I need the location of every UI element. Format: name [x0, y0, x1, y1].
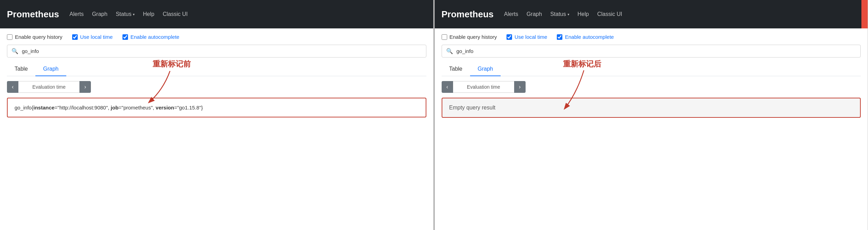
left-options-row: Enable query history Use local time Enab… — [7, 34, 426, 40]
right-content: Enable query history Use local time Enab… — [435, 28, 868, 230]
left-status-caret: ▾ — [133, 12, 135, 16]
left-nav-status[interactable]: Status ▾ — [116, 11, 135, 17]
right-nav-help[interactable]: Help — [578, 11, 589, 17]
right-tabs: Table Graph — [442, 62, 861, 76]
right-options-row: Enable query history Use local time Enab… — [442, 34, 861, 40]
left-use-local-time[interactable]: Use local time — [72, 34, 113, 40]
left-result: go_info{instance="http://localhost:9080"… — [7, 98, 426, 117]
right-local-time-label: Use local time — [514, 34, 547, 40]
right-search-input[interactable] — [457, 48, 857, 54]
left-result-text: go_info{instance="http://localhost:9080"… — [15, 105, 203, 110]
left-tabs-wrapper: Table Graph 重新标记前 — [7, 62, 426, 76]
right-eval-next[interactable]: › — [514, 81, 526, 93]
left-eval-prev[interactable]: ‹ — [7, 81, 18, 93]
right-result: Empty query result — [442, 98, 861, 118]
right-nav-classic-ui[interactable]: Classic UI — [597, 11, 622, 17]
right-use-local-time[interactable]: Use local time — [507, 34, 547, 40]
right-query-history-checkbox[interactable] — [442, 34, 447, 40]
left-enable-autocomplete[interactable]: Enable autocomplete — [122, 34, 179, 40]
left-autocomplete-checkbox[interactable] — [122, 34, 128, 40]
left-nav-alerts[interactable]: Alerts — [69, 11, 84, 17]
right-local-time-checkbox[interactable] — [507, 34, 512, 40]
right-enable-autocomplete[interactable]: Enable autocomplete — [557, 34, 614, 40]
right-tab-graph[interactable]: Graph — [470, 62, 501, 76]
right-eval-row: ‹ Evaluation time › — [442, 81, 526, 93]
right-enable-query-history[interactable]: Enable query history — [442, 34, 497, 40]
right-autocomplete-label: Enable autocomplete — [565, 34, 614, 40]
right-query-history-label: Enable query history — [450, 34, 497, 40]
left-autocomplete-label: Enable autocomplete — [130, 34, 179, 40]
left-content: Enable query history Use local time Enab… — [0, 28, 433, 230]
left-eval-label: Evaluation time — [18, 81, 79, 93]
right-nav-status[interactable]: Status ▾ — [550, 11, 569, 17]
left-nav: Alerts Graph Status ▾ Help Classic UI — [69, 11, 188, 17]
right-tabs-wrapper: Table Graph 重新标记后 — [442, 62, 861, 76]
right-nav-graph[interactable]: Graph — [527, 11, 542, 17]
right-eval-prev[interactable]: ‹ — [442, 81, 453, 93]
left-panel: Prometheus Alerts Graph Status ▾ Help Cl… — [0, 0, 434, 230]
right-autocomplete-checkbox[interactable] — [557, 34, 562, 40]
right-result-text: Empty query result — [449, 105, 495, 110]
left-query-history-label: Enable query history — [15, 34, 62, 40]
left-search-input[interactable] — [22, 48, 422, 54]
right-search-icon: 🔍 — [446, 48, 453, 54]
right-brand[interactable]: Prometheus — [442, 9, 494, 20]
right-tab-table[interactable]: Table — [442, 62, 470, 76]
left-navbar: Prometheus Alerts Graph Status ▾ Help Cl… — [0, 0, 433, 28]
left-tab-graph[interactable]: Graph — [35, 62, 66, 76]
left-brand[interactable]: Prometheus — [7, 9, 59, 20]
right-eval-label: Evaluation time — [453, 81, 514, 93]
right-nav-alerts[interactable]: Alerts — [504, 11, 518, 17]
left-nav-graph[interactable]: Graph — [92, 11, 107, 17]
left-tabs: Table Graph — [7, 62, 426, 76]
right-status-caret: ▾ — [568, 12, 569, 16]
left-enable-query-history[interactable]: Enable query history — [7, 34, 62, 40]
right-search-bar: 🔍 — [442, 45, 861, 57]
left-local-time-label: Use local time — [80, 34, 113, 40]
right-navbar: Prometheus Alerts Graph Status ▾ Help Cl… — [435, 0, 868, 28]
left-nav-help[interactable]: Help — [143, 11, 154, 17]
left-local-time-checkbox[interactable] — [72, 34, 78, 40]
right-red-corner — [861, 0, 868, 28]
left-query-history-checkbox[interactable] — [7, 34, 12, 40]
left-search-bar: 🔍 — [7, 45, 426, 57]
left-tab-table[interactable]: Table — [7, 62, 35, 76]
left-eval-next[interactable]: › — [79, 81, 91, 93]
right-panel: Prometheus Alerts Graph Status ▾ Help Cl… — [435, 0, 868, 230]
right-nav: Alerts Graph Status ▾ Help Classic UI — [504, 11, 622, 17]
left-search-icon: 🔍 — [11, 48, 18, 54]
left-nav-classic-ui[interactable]: Classic UI — [163, 11, 188, 17]
left-eval-row: ‹ Evaluation time › — [7, 81, 91, 93]
